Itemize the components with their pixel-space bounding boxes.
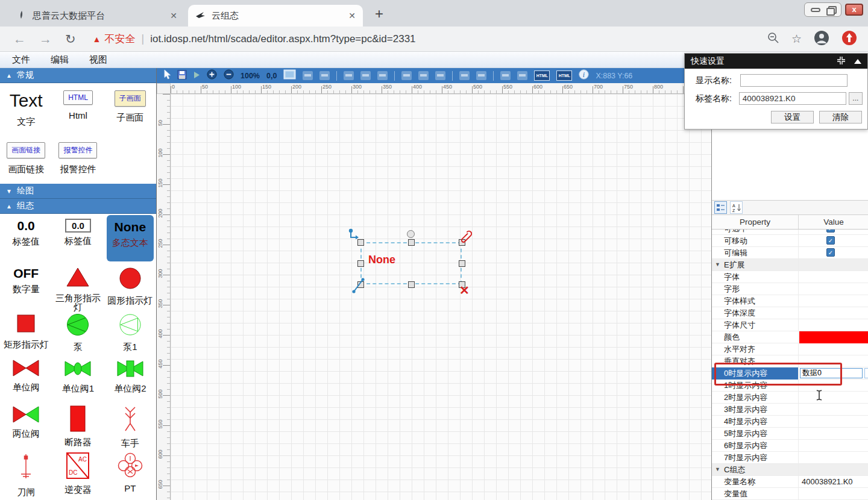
palette-item[interactable]: ACDC逆变器 bbox=[52, 447, 104, 493]
column-value[interactable]: Value bbox=[798, 215, 868, 229]
menu-item-0[interactable]: 文件 bbox=[12, 54, 30, 66]
design-canvas[interactable]: None ✕ bbox=[171, 94, 711, 500]
property-value[interactable] bbox=[798, 283, 868, 295]
property-row[interactable]: 可移动✓ bbox=[712, 235, 868, 247]
tag-name-input[interactable] bbox=[739, 92, 846, 105]
palette-item[interactable]: 刀闸 bbox=[0, 447, 52, 493]
palette-item[interactable]: 单位阀2 bbox=[104, 354, 156, 401]
property-row[interactable]: 字体深度 bbox=[712, 307, 868, 319]
palette-item[interactable]: 泵1 bbox=[104, 308, 156, 354]
section-general[interactable]: ▲ 常规 bbox=[0, 68, 156, 83]
palette-item[interactable]: 断路器 bbox=[52, 401, 104, 447]
property-row[interactable]: 2时显示内容 bbox=[712, 392, 868, 404]
property-value[interactable] bbox=[798, 259, 868, 271]
link-paperclip-icon[interactable] bbox=[459, 230, 472, 247]
palette-item[interactable]: 单位阀 bbox=[0, 354, 52, 401]
palette-item[interactable]: 泵 bbox=[52, 308, 104, 354]
zoom-in-icon[interactable] bbox=[207, 69, 217, 82]
property-value[interactable] bbox=[798, 488, 868, 500]
display-name-input[interactable] bbox=[740, 74, 848, 87]
property-value-input[interactable] bbox=[800, 368, 863, 378]
collapse-panel-icon[interactable] bbox=[854, 59, 861, 64]
property-value[interactable]: ✓ bbox=[798, 247, 868, 259]
browse-tag-button[interactable]: ... bbox=[849, 92, 863, 105]
property-row[interactable]: 字体尺寸 bbox=[712, 319, 868, 331]
palette-item[interactable]: PT bbox=[104, 447, 156, 493]
tab-scada-editor[interactable]: 云组态 ✕ bbox=[188, 5, 363, 27]
property-value[interactable]: 400038921.K0 bbox=[798, 476, 868, 488]
url-field[interactable]: ▲ 不安全 | iot.idosp.net/html/scada/editor.… bbox=[93, 32, 760, 46]
tab-close-icon[interactable]: ✕ bbox=[170, 11, 177, 20]
property-value[interactable] bbox=[798, 319, 868, 331]
profile-avatar[interactable] bbox=[814, 30, 829, 48]
column-property[interactable]: Property bbox=[712, 215, 798, 229]
property-value[interactable] bbox=[798, 392, 868, 404]
sort-az-icon[interactable]: AZ bbox=[730, 201, 743, 214]
security-warning-text[interactable]: 不安全 bbox=[104, 32, 135, 46]
save-icon[interactable] bbox=[177, 70, 187, 82]
select-cursor-icon[interactable] bbox=[163, 69, 171, 82]
property-value[interactable] bbox=[798, 331, 868, 343]
palette-item[interactable]: 三角形指示灯 bbox=[52, 261, 104, 308]
export-html2-button[interactable]: HTML bbox=[556, 70, 572, 81]
palette-item[interactable]: 矩形指示灯 bbox=[0, 308, 52, 354]
property-value[interactable] bbox=[798, 343, 868, 355]
palette-item[interactable]: 两位阀 bbox=[0, 401, 52, 447]
property-row[interactable]: 1时显示内容 bbox=[712, 380, 868, 392]
property-value[interactable]: ✓ bbox=[798, 235, 868, 247]
palette-item[interactable]: 0.0标签值 bbox=[52, 214, 104, 260]
checkbox-icon[interactable]: ✓ bbox=[826, 248, 835, 257]
browser-logo-icon[interactable] bbox=[841, 30, 857, 48]
palette-item[interactable]: 报警控件报警控件 bbox=[52, 135, 104, 187]
property-row[interactable]: 变量值 bbox=[712, 488, 868, 500]
delete-element-icon[interactable]: ✕ bbox=[459, 283, 470, 298]
property-value[interactable] bbox=[798, 464, 868, 476]
resize-handle[interactable] bbox=[459, 260, 465, 267]
canvas-settings-icon[interactable] bbox=[283, 69, 296, 82]
property-row[interactable]: 水平对齐 bbox=[712, 343, 868, 355]
palette-item[interactable]: 画面链接画面链接 bbox=[0, 135, 52, 187]
property-row[interactable]: 颜色 bbox=[712, 331, 868, 343]
quick-settings-titlebar[interactable]: 快速设置 bbox=[685, 54, 867, 69]
menu-item-2[interactable]: 视图 bbox=[89, 54, 107, 66]
menu-item-1[interactable]: 编辑 bbox=[51, 54, 69, 66]
palette-item[interactable]: 0.0标签值 bbox=[0, 214, 52, 260]
palette-item[interactable]: Text文字 bbox=[0, 83, 52, 135]
property-row[interactable]: 6时显示内容 bbox=[712, 440, 868, 452]
minimize-button[interactable] bbox=[811, 8, 820, 12]
property-value[interactable] bbox=[798, 271, 868, 283]
clear-button[interactable]: 清除 bbox=[819, 111, 862, 123]
property-row[interactable]: 0时显示内容 bbox=[712, 367, 868, 380]
run-icon[interactable] bbox=[193, 70, 200, 81]
connector-anchor-icon[interactable] bbox=[348, 228, 363, 245]
restore-button[interactable] bbox=[826, 6, 835, 13]
back-button[interactable]: ← bbox=[13, 32, 26, 46]
zoom-out-icon[interactable] bbox=[224, 69, 234, 82]
checkbox-icon[interactable]: ✓ bbox=[826, 230, 835, 233]
property-value[interactable] bbox=[798, 428, 868, 440]
property-row[interactable]: 4时显示内容 bbox=[712, 416, 868, 428]
property-row[interactable]: 字体样式 bbox=[712, 295, 868, 307]
tab-dashboard[interactable]: 思普云大数据平台 ✕ bbox=[10, 5, 184, 27]
forward-button[interactable]: → bbox=[39, 32, 52, 46]
property-row[interactable]: 7时显示内容 bbox=[712, 452, 868, 464]
property-value[interactable] bbox=[798, 452, 868, 464]
tab-close-icon[interactable]: ✕ bbox=[348, 11, 356, 20]
reload-button[interactable]: ↻ bbox=[65, 32, 76, 46]
property-row[interactable]: 可选中✓ bbox=[712, 230, 868, 235]
palette-item[interactable]: 圆形指示灯 bbox=[104, 261, 156, 308]
close-button[interactable]: x bbox=[845, 4, 863, 16]
property-row[interactable]: 5时显示内容 bbox=[712, 428, 868, 440]
palette-item[interactable]: OFF数字量 bbox=[0, 261, 52, 308]
property-row[interactable]: 字形 bbox=[712, 283, 868, 295]
property-row[interactable]: 3时显示内容 bbox=[712, 404, 868, 416]
property-value[interactable] bbox=[798, 380, 868, 392]
export-html-button[interactable]: HTML bbox=[534, 70, 550, 81]
section-scada[interactable]: ▲ 组态 bbox=[0, 199, 156, 214]
checkbox-icon[interactable]: ✓ bbox=[826, 236, 835, 245]
rotate-handle[interactable] bbox=[407, 230, 415, 238]
categorized-view-icon[interactable] bbox=[714, 201, 727, 214]
value-dropdown-box[interactable] bbox=[864, 368, 868, 378]
property-value[interactable] bbox=[798, 295, 868, 307]
property-value[interactable] bbox=[798, 355, 868, 367]
